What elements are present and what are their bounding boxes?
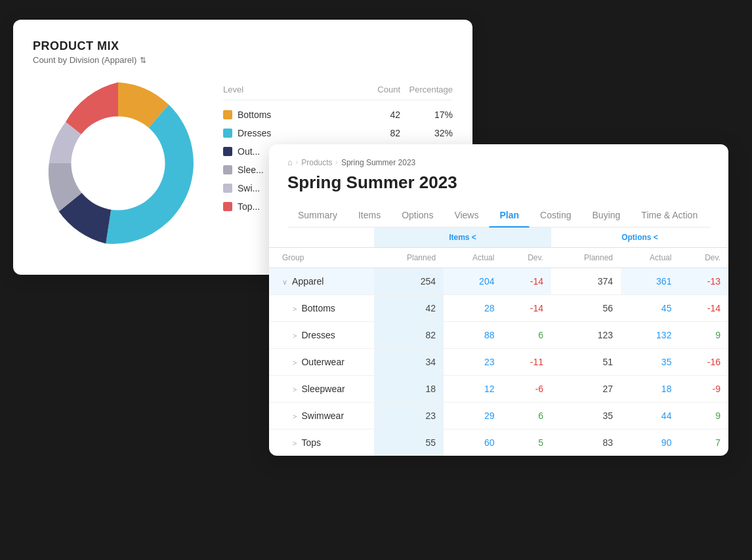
legend-label-sleepwear: Slee... <box>238 165 264 175</box>
items-dev-cell: -14 <box>502 295 551 322</box>
items-actual-cell: 88 <box>444 322 502 349</box>
col-opt-actual: Actual <box>621 248 679 268</box>
product-mix-title: PRODUCT MIX <box>33 39 453 53</box>
col-group-header-row: Items < Options < <box>269 228 728 248</box>
sort-icon[interactable]: ⇅ <box>140 56 146 65</box>
legend-pct-bottoms: 17% <box>400 110 453 120</box>
items-dev-cell: 6 <box>502 403 551 430</box>
group-name-cell[interactable]: > Outerwear <box>269 349 374 376</box>
group-name-cell[interactable]: > Swimwear <box>269 403 374 430</box>
opt-dev-cell: -16 <box>679 349 728 376</box>
opt-actual-cell: 90 <box>621 430 679 456</box>
tab-summary[interactable]: Summary <box>287 203 348 227</box>
legend-dot-bottoms <box>223 110 232 119</box>
ss-header: ⌂ › Products › Spring Summer 2023 Spring… <box>269 144 728 228</box>
list-item: Bottoms 42 17% <box>223 106 453 124</box>
product-mix-subtitle: Count by Division (Apparel) ⇅ <box>33 55 453 65</box>
items-planned-cell: 254 <box>374 268 444 295</box>
legend-dot-outerwear <box>223 147 232 156</box>
group-name-cell[interactable]: > Sleepwear <box>269 376 374 403</box>
expand-icon[interactable]: > <box>293 305 299 313</box>
opt-dev-cell: 9 <box>679 322 728 349</box>
plan-table-body: ∨ Apparel 254 204 -14 374 361 -13 > Bott… <box>269 268 728 456</box>
items-actual-cell: 12 <box>444 376 502 403</box>
tab-views[interactable]: Views <box>444 203 489 227</box>
items-dev-cell: -11 <box>502 349 551 376</box>
tab-time-action[interactable]: Time & Action <box>631 203 708 227</box>
home-icon[interactable]: ⌂ <box>287 157 293 167</box>
opt-actual-cell: 35 <box>621 349 679 376</box>
items-planned-cell: 23 <box>374 403 444 430</box>
col-opt-planned: Planned <box>551 248 621 268</box>
items-actual-cell: 204 <box>444 268 502 295</box>
group-name-cell[interactable]: > Tops <box>269 430 374 456</box>
expand-icon[interactable]: > <box>293 359 299 367</box>
legend-col-count: Count <box>348 85 400 94</box>
opt-actual-cell: 45 <box>621 295 679 322</box>
legend-header: Level Count Percentage <box>223 85 453 100</box>
table-row: ∨ Apparel 254 204 -14 374 361 -13 <box>269 268 728 295</box>
expand-icon[interactable]: ∨ <box>282 278 289 286</box>
opt-planned-cell: 27 <box>551 376 621 403</box>
donut-hole <box>72 117 165 210</box>
list-item: Dresses 82 32% <box>223 124 453 142</box>
expand-icon[interactable]: > <box>293 412 299 420</box>
opt-dev-cell: -9 <box>679 376 728 403</box>
tab-buying[interactable]: Buying <box>582 203 631 227</box>
table-row: > Bottoms 42 28 -14 56 45 -14 <box>269 295 728 322</box>
tab-bar: Summary Items Options Views Plan Costing… <box>287 203 710 228</box>
col-group-items: Items < <box>374 228 551 248</box>
col-items-dev: Dev. <box>502 248 551 268</box>
expand-icon[interactable]: > <box>293 386 299 393</box>
opt-planned-cell: 83 <box>551 430 621 456</box>
opt-dev-cell: -13 <box>679 268 728 295</box>
tab-plan[interactable]: Plan <box>489 203 530 227</box>
items-dev-cell: 6 <box>502 322 551 349</box>
expand-icon[interactable]: > <box>293 439 299 447</box>
opt-actual-cell: 132 <box>621 322 679 349</box>
items-planned-cell: 82 <box>374 322 444 349</box>
items-planned-cell: 18 <box>374 376 444 403</box>
opt-planned-cell: 51 <box>551 349 621 376</box>
opt-dev-cell: -14 <box>679 295 728 322</box>
breadcrumb-current: Spring Summer 2023 <box>341 158 415 167</box>
legend-label-tops: Top... <box>238 201 260 212</box>
tab-options[interactable]: Options <box>391 203 444 227</box>
legend-dot-swimwear <box>223 184 232 193</box>
opt-dev-cell: 7 <box>679 430 728 456</box>
legend-label-bottoms: Bottoms <box>238 110 271 120</box>
legend-dot-sleepwear <box>223 165 232 174</box>
page-title: Spring Summer 2023 <box>287 172 710 193</box>
group-name-cell[interactable]: > Bottoms <box>269 295 374 322</box>
items-planned-cell: 42 <box>374 295 444 322</box>
items-planned-cell: 34 <box>374 349 444 376</box>
plan-table-wrap: Items < Options < Group Planned Actual D… <box>269 228 728 456</box>
sub-header-row: Group Planned Actual Dev. Planned Actual… <box>269 248 728 268</box>
col-group: Group <box>269 248 374 268</box>
group-name-cell[interactable]: ∨ Apparel <box>269 268 374 295</box>
legend-label-dresses: Dresses <box>238 128 271 138</box>
table-row: > Tops 55 60 5 83 90 7 <box>269 430 728 456</box>
plan-table: Items < Options < Group Planned Actual D… <box>269 228 728 456</box>
spring-summer-card: ⌂ › Products › Spring Summer 2023 Spring… <box>269 144 728 456</box>
legend-pct-dresses: 32% <box>400 128 453 138</box>
legend-col-level: Level <box>223 85 348 94</box>
table-row: > Dresses 82 88 6 123 132 9 <box>269 322 728 349</box>
legend-count-bottoms: 42 <box>348 110 400 120</box>
items-planned-cell: 55 <box>374 430 444 456</box>
legend-label-outerwear: Out... <box>238 146 260 157</box>
items-actual-cell: 23 <box>444 349 502 376</box>
opt-planned-cell: 374 <box>551 268 621 295</box>
tab-items[interactable]: Items <box>348 203 391 227</box>
breadcrumb-products[interactable]: Products <box>301 158 332 167</box>
legend-label-swimwear: Swi... <box>238 183 260 193</box>
legend-dot-tops <box>223 202 232 211</box>
opt-dev-cell: 9 <box>679 403 728 430</box>
opt-planned-cell: 35 <box>551 403 621 430</box>
expand-icon[interactable]: > <box>293 332 299 340</box>
group-name-cell[interactable]: > Dresses <box>269 322 374 349</box>
tab-costing[interactable]: Costing <box>530 203 581 227</box>
items-dev-cell: -6 <box>502 376 551 403</box>
opt-actual-cell: 44 <box>621 403 679 430</box>
opt-planned-cell: 123 <box>551 322 621 349</box>
